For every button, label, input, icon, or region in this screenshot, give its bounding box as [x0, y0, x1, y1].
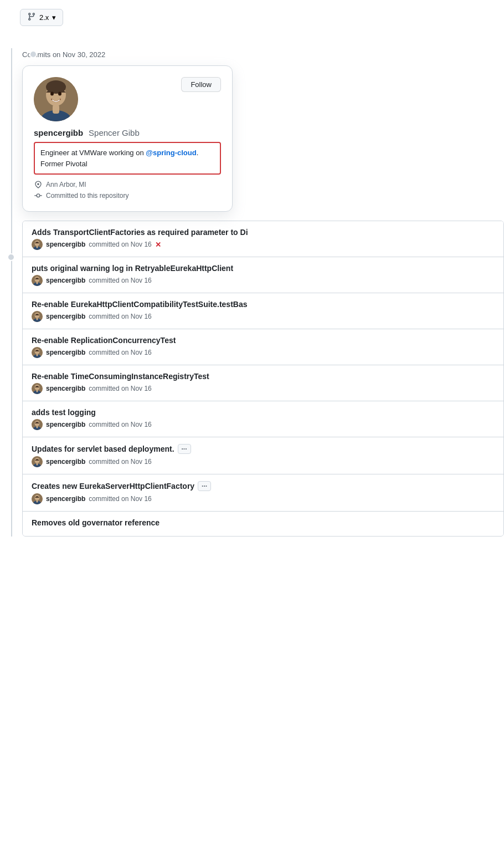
commit-date-3: committed on Nov 16: [89, 313, 151, 320]
commit-item: Re-enable ReplicationConcurrencyTest spe…: [23, 329, 503, 365]
commit-date-2: committed on Nov 16: [89, 277, 151, 284]
status-fail-icon-1: ✕: [155, 241, 161, 249]
commit-avatar-1: [32, 239, 43, 250]
git-branch-icon: [27, 12, 36, 23]
avatar: [34, 77, 78, 121]
commit-date-6: committed on Nov 16: [89, 421, 151, 428]
svg-point-3: [50, 92, 54, 96]
svg-rect-14: [37, 282, 38, 284]
repo-note-row: Committed to this repository: [34, 191, 221, 200]
timeline-line: [11, 48, 12, 537]
commit-title-9: Removes old governator reference: [32, 518, 495, 527]
timeline-dot-2: [7, 253, 15, 261]
commit-avatar-6: [32, 419, 43, 430]
svg-rect-18: [37, 318, 38, 320]
commit-date-8: committed on Nov 16: [89, 495, 151, 503]
svg-rect-34: [37, 463, 38, 466]
commit-title-4: Re-enable ReplicationConcurrencyTest: [32, 336, 495, 345]
location-row: Ann Arbor, MI: [34, 180, 221, 189]
commit-meta-3: spencergibb committed on Nov 16: [32, 311, 495, 322]
chevron-down-icon: ▾: [52, 13, 56, 22]
commit-item: Removes old governator reference: [23, 512, 503, 536]
svg-rect-38: [37, 500, 38, 503]
commit-item: Updates for servlet based deployment. ··…: [23, 437, 503, 474]
commit-meta-5: spencergibb committed on Nov 16: [32, 383, 495, 394]
commit-item: Adds TransportClientFactories as require…: [23, 221, 503, 257]
commit-avatar-4: [32, 347, 43, 358]
commit-item: Creates new EurekaServerHttpClientFactor…: [23, 474, 503, 512]
commit-title-6: adds test logging: [32, 408, 495, 417]
profile-bio: Engineer at VMWare working on @spring-cl…: [34, 142, 221, 175]
commit-author-5[interactable]: spencergibb: [46, 385, 85, 392]
repo-note-text: Committed to this repository: [46, 192, 128, 200]
commit-title-2: puts original warning log in RetryableEu…: [32, 264, 495, 273]
timeline-dot-1: [29, 50, 37, 58]
commit-meta-8: spencergibb committed on Nov 16: [32, 493, 495, 504]
dots-badge-8[interactable]: ···: [198, 481, 211, 491]
branch-selector[interactable]: 2.x ▾: [20, 9, 63, 26]
svg-rect-6: [53, 105, 59, 114]
commit-author-1[interactable]: spencergibb: [46, 241, 85, 248]
commit-author-4[interactable]: spencergibb: [46, 349, 85, 356]
commit-date-7: committed on Nov 16: [89, 458, 151, 466]
mention-spring-cloud[interactable]: @spring-cloud: [146, 149, 196, 157]
commit-title-3: Re-enable EurekaHttpClientCompatibilityT…: [32, 300, 408, 309]
commit-avatar-3: [32, 311, 43, 322]
svg-rect-22: [37, 354, 38, 356]
commit-icon: [34, 191, 43, 200]
timeline: Commits on Nov 30, 2022: [0, 48, 504, 537]
profile-display-name: Spencer Gibb: [89, 128, 140, 137]
commit-avatar-7: [32, 456, 43, 467]
svg-point-4: [58, 92, 61, 96]
commit-author-7[interactable]: spencergibb: [46, 458, 85, 466]
profile-popup-header: Follow: [34, 77, 221, 121]
commit-author-6[interactable]: spencergibb: [46, 421, 85, 428]
svg-rect-10: [37, 246, 38, 248]
commit-meta-4: spencergibb committed on Nov 16: [32, 347, 495, 358]
commits-header: Commits on Nov 30, 2022: [22, 48, 504, 59]
branch-label: 2.x: [39, 13, 49, 22]
commit-date-4: committed on Nov 16: [89, 349, 151, 356]
profile-username: spencergibb: [34, 128, 83, 137]
commit-title-7: Updates for servlet based deployment. ··…: [32, 444, 495, 454]
commit-meta-6: spencergibb committed on Nov 16: [32, 419, 495, 430]
commit-meta-2: spencergibb committed on Nov 16: [32, 275, 495, 286]
commit-date-5: committed on Nov 16: [89, 385, 151, 392]
profile-meta: Ann Arbor, MI Committed to this reposito…: [34, 180, 221, 200]
svg-rect-26: [37, 390, 38, 392]
location-text: Ann Arbor, MI: [46, 181, 86, 188]
commit-avatar-5: [32, 383, 43, 394]
commit-avatar-2: [32, 275, 43, 286]
commit-title-1: Adds TransportClientFactories as require…: [32, 228, 408, 237]
profile-name-row: spencergibb Spencer Gibb: [34, 128, 221, 137]
commit-author-2[interactable]: spencergibb: [46, 277, 85, 284]
dots-badge-7[interactable]: ···: [178, 444, 191, 454]
commit-title-5: Re-enable TimeConsumingInstanceRegistryT…: [32, 372, 495, 381]
commit-date-1: committed on Nov 16: [89, 241, 151, 248]
commit-list: Adds TransportClientFactories as require…: [22, 221, 504, 537]
commit-title-8: Creates new EurekaServerHttpClientFactor…: [32, 481, 495, 491]
page-container: 2.x ▾ Commits on Nov 30, 2022: [0, 0, 504, 545]
commit-author-8[interactable]: spencergibb: [46, 495, 85, 503]
commit-item: Re-enable EurekaHttpClientCompatibilityT…: [23, 293, 503, 329]
location-icon: [34, 180, 43, 189]
commit-item: adds test logging spencergibb committed: [23, 401, 503, 437]
commit-item: puts original warning log in RetryableEu…: [23, 257, 503, 293]
commit-meta-7: spencergibb committed on Nov 16: [32, 456, 495, 467]
commit-author-3[interactable]: spencergibb: [46, 313, 85, 320]
svg-rect-30: [37, 426, 38, 428]
commit-item: Re-enable TimeConsumingInstanceRegistryT…: [23, 365, 503, 401]
profile-popup: Follow spencergibb Spencer Gibb Engineer…: [22, 65, 233, 212]
commit-avatar-8: [32, 493, 43, 504]
follow-button[interactable]: Follow: [181, 77, 221, 92]
commit-meta-1: spencergibb committed on Nov 16 ✕: [32, 239, 495, 250]
